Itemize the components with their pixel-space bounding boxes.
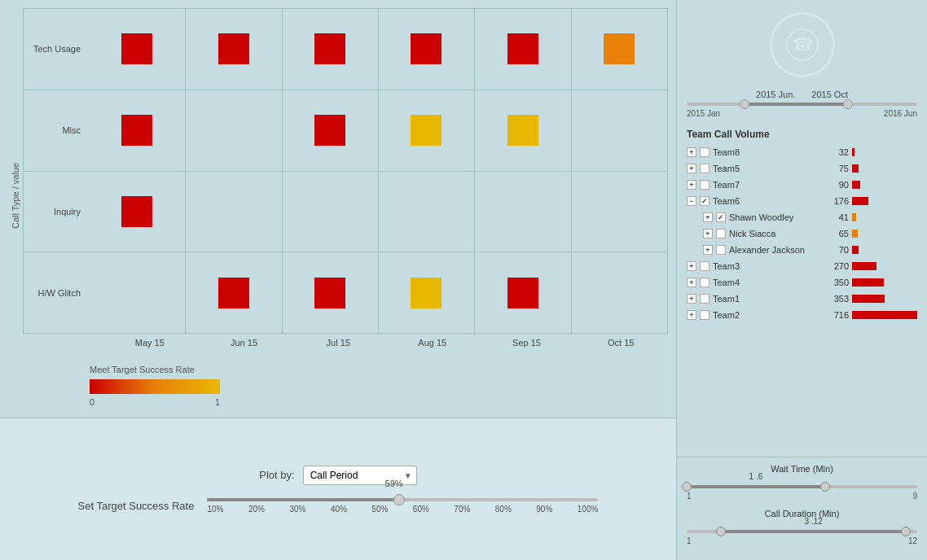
x-axis: May 15 Jun 15 Jul 15 Aug 15 Sep 15 Oct 1… xyxy=(103,334,668,358)
list-item: + Team2 716 xyxy=(687,307,917,323)
row-label-hw-glitch: H/W Glitch xyxy=(24,288,89,298)
slider-ticks: 10% 20% 30% 40% 50% 60% 70% 80% 90% 100% xyxy=(207,505,598,514)
shawn-name: Shawn Woodley xyxy=(729,212,817,222)
team8-bar xyxy=(852,148,855,156)
team1-name: Team1 xyxy=(713,294,817,304)
target-slider-thumb[interactable]: 59% xyxy=(393,494,405,505)
target-slider-container: 59% 10% 20% 30% 40% 50% 60% 70% 80% 90% … xyxy=(207,498,598,514)
date-range-labels-top: 2015 Jun. 2015 Oct xyxy=(687,90,917,99)
team6-name: Team6 xyxy=(713,196,817,206)
wait-time-fill xyxy=(687,485,825,488)
legend-labels: 0 1 xyxy=(90,397,220,407)
expand-team4[interactable]: + xyxy=(687,278,696,287)
y-axis-label: Call Type / value xyxy=(8,8,23,358)
sq-hw-3 xyxy=(314,278,345,308)
date-range-area: 2015 Jun. 2015 Oct 2015 Jan 2016 Jun xyxy=(677,85,927,125)
call-duration-slider[interactable]: 3 .12 1 12 xyxy=(687,530,917,545)
expand-team7[interactable]: + xyxy=(687,180,696,190)
date-range-left-label: 2015 Jun. xyxy=(756,90,795,99)
expand-shawn[interactable]: + xyxy=(703,212,713,222)
expand-team5[interactable]: + xyxy=(687,164,696,173)
expand-alex[interactable]: + xyxy=(703,245,713,255)
date-range-max: 2016 Jun xyxy=(884,109,917,118)
bottom-sliders: Wait Time (Min) 1 .6 1 9 Call Duration (… xyxy=(677,457,927,560)
row-label-inquiry: Inquiry xyxy=(24,207,89,217)
wait-time-track[interactable]: 1 .6 xyxy=(687,485,917,488)
legend-gradient xyxy=(90,379,220,394)
row-label-tech-usage: Tech Usage xyxy=(24,44,89,54)
sq-hw-5 xyxy=(507,278,538,308)
team2-bar xyxy=(852,311,917,319)
wait-time-max: 9 xyxy=(912,492,917,501)
team5-name: Team5 xyxy=(713,164,817,173)
list-item: − ✓ Team6 176 xyxy=(687,193,917,209)
wait-time-value: 1 .6 xyxy=(749,472,763,481)
checkbox-nick[interactable] xyxy=(716,229,726,238)
tcv-title: Team Call Volume xyxy=(687,129,917,140)
call-duration-thumb-right[interactable] xyxy=(901,527,911,536)
sq-hw-2 xyxy=(218,278,249,308)
list-item: + Alexander Jackson 70 xyxy=(687,242,917,258)
shawn-bar xyxy=(852,213,856,221)
chart-inner: Tech Usage xyxy=(23,8,668,358)
expand-team1[interactable]: + xyxy=(687,294,696,304)
sq-tech-1 xyxy=(121,33,152,64)
checkbox-alex[interactable] xyxy=(716,245,726,255)
call-duration-max: 12 xyxy=(908,536,917,545)
date-range-fill xyxy=(745,103,848,106)
legend-gradient-row xyxy=(90,379,660,394)
team8-value: 32 xyxy=(820,147,849,157)
wait-time-slider[interactable]: 1 .6 1 9 xyxy=(687,485,917,501)
list-item: + Team7 90 xyxy=(687,177,917,193)
checkbox-shawn[interactable]: ✓ xyxy=(716,212,726,222)
target-slider-track[interactable]: 59% xyxy=(207,498,598,501)
team7-name: Team7 xyxy=(713,180,817,190)
wait-time-thumb-right[interactable] xyxy=(820,482,830,492)
expand-team6[interactable]: − xyxy=(687,196,696,206)
nick-bar-container xyxy=(852,229,917,238)
team1-bar-container xyxy=(852,294,917,304)
nick-bar xyxy=(852,230,858,238)
right-panel: ☎ 2015 Jun. 2015 Oct 2015 Jan 2016 Jun T… xyxy=(676,0,927,560)
expand-team3[interactable]: + xyxy=(687,261,696,271)
checkbox-team1[interactable] xyxy=(700,294,710,304)
team7-bar xyxy=(852,181,860,189)
team3-bar xyxy=(852,262,876,270)
expand-nick[interactable]: + xyxy=(703,229,713,238)
chart-area: Call Type / value Tech Usage xyxy=(0,0,676,418)
date-range-track[interactable] xyxy=(687,103,917,106)
sq-misc-4 xyxy=(411,115,442,146)
call-duration-thumb-left[interactable] xyxy=(716,527,726,536)
checkbox-team2[interactable] xyxy=(700,310,710,320)
team7-value: 90 xyxy=(820,180,849,190)
checkbox-team5[interactable] xyxy=(700,164,710,173)
wait-time-thumb-left[interactable] xyxy=(682,482,692,492)
team8-bar-container xyxy=(852,147,917,157)
checkbox-team6[interactable]: ✓ xyxy=(700,196,710,206)
grid-row-tech-usage: Tech Usage xyxy=(24,9,667,90)
list-item: + Team3 270 xyxy=(687,258,917,274)
team4-bar xyxy=(852,278,884,287)
team2-name: Team2 xyxy=(713,310,817,320)
expand-team2[interactable]: + xyxy=(687,310,696,320)
team6-value: 176 xyxy=(820,196,849,206)
wait-time-axis: 1 9 xyxy=(687,492,917,501)
checkbox-team7[interactable] xyxy=(700,180,710,190)
date-thumb-left[interactable] xyxy=(740,99,749,109)
x-label-jul: Jul 15 xyxy=(327,338,350,348)
row-cells-inquiry xyxy=(89,172,667,252)
call-duration-track[interactable]: 3 .12 xyxy=(687,530,917,533)
row-cells-hw-glitch xyxy=(89,252,667,333)
checkbox-team4[interactable] xyxy=(700,278,710,287)
checkbox-team3[interactable] xyxy=(700,261,710,271)
date-thumb-right[interactable] xyxy=(843,99,853,109)
expand-team8[interactable]: + xyxy=(687,147,696,157)
checkbox-team8[interactable] xyxy=(700,147,710,157)
grid-row-misc: Misc xyxy=(24,90,667,172)
wait-time-min: 1 xyxy=(687,492,692,501)
call-duration-min: 1 xyxy=(687,536,692,545)
grid-rows: Tech Usage xyxy=(23,8,668,334)
legend-area: Meet Target Success Rate 0 1 xyxy=(8,358,668,411)
wait-time-section: Wait Time (Min) 1 .6 1 9 xyxy=(687,464,917,501)
alex-value: 70 xyxy=(820,245,849,255)
